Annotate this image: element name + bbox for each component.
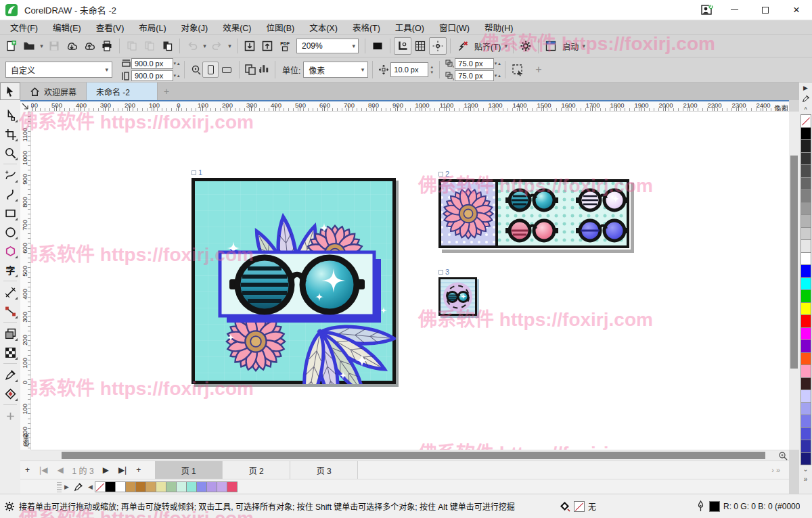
palette-expand-icon[interactable]: » — [799, 474, 812, 484]
menu-item-8[interactable]: 表格(T) — [345, 20, 388, 35]
copy-icon[interactable] — [141, 37, 158, 55]
new-document-icon[interactable] — [3, 37, 20, 55]
customize-plus-button[interactable]: + — [535, 64, 541, 76]
color-swatch[interactable] — [800, 189, 811, 203]
color-swatch[interactable] — [800, 264, 811, 278]
color-swatch[interactable] — [115, 481, 126, 492]
color-swatch[interactable] — [196, 481, 207, 492]
page-width-field[interactable]: 900.0 px — [131, 58, 173, 69]
color-swatch[interactable] — [166, 481, 177, 492]
page-height-field[interactable]: 900.0 px — [131, 70, 173, 81]
show-rulers-icon[interactable] — [394, 37, 411, 55]
interactive-fill-tool[interactable] — [1, 384, 19, 403]
snap-menu[interactable]: 贴齐(T) — [472, 41, 502, 52]
color-swatch[interactable] — [800, 289, 811, 303]
palette-drag-handle[interactable] — [57, 481, 62, 492]
color-swatch[interactable] — [800, 352, 811, 366]
palette-eyedropper-icon[interactable] — [802, 93, 810, 104]
color-swatch[interactable] — [800, 164, 811, 178]
color-swatch[interactable] — [800, 252, 811, 266]
page-tabs-scroll-icon[interactable]: › — [771, 466, 776, 474]
zoom-tool[interactable] — [1, 143, 19, 162]
zoom-scrollbar-icon[interactable] — [778, 451, 788, 461]
show-grid-icon[interactable] — [411, 37, 429, 55]
palette-play-icon[interactable]: ▶ — [62, 484, 72, 490]
palette-flyout-icon[interactable]: ▶ — [803, 83, 808, 93]
snap-off-icon[interactable] — [454, 37, 472, 55]
dropdown-arrow-icon[interactable]: ▾ — [502, 43, 510, 49]
page-tabs-scroll-end-icon[interactable]: » — [776, 466, 782, 474]
color-swatch[interactable] — [800, 339, 811, 353]
dimension-tool[interactable] — [1, 283, 19, 302]
artwork-glasses-strip[interactable] — [438, 179, 631, 250]
menu-item-0[interactable]: 文件(F) — [3, 20, 45, 35]
palette-scroll-up-icon[interactable]: ^ — [804, 104, 807, 115]
page-tab-3[interactable]: 页 3 — [290, 461, 358, 479]
vertical-scrollbar[interactable] — [789, 112, 799, 450]
last-page-button[interactable]: ▶| — [114, 465, 131, 475]
color-swatch[interactable] — [176, 481, 187, 492]
menu-item-10[interactable]: 窗口(W) — [432, 20, 477, 35]
palette-scroll-down-icon[interactable]: ⌄ — [799, 464, 812, 474]
color-swatch[interactable] — [800, 327, 811, 341]
color-swatch[interactable] — [145, 481, 156, 492]
color-swatch[interactable] — [800, 390, 811, 403]
nudge-distance-field[interactable]: 10.0 px — [390, 62, 428, 77]
toolbox-pick-cell[interactable] — [0, 83, 20, 100]
color-swatch[interactable] — [105, 481, 116, 492]
menu-item-1[interactable]: 编辑(E) — [45, 20, 89, 35]
color-swatch[interactable] — [135, 481, 146, 492]
color-swatch[interactable] — [800, 440, 811, 453]
palette-eyedropper-icon[interactable] — [74, 482, 83, 492]
dropdown-arrow-icon[interactable]: ▾ — [580, 43, 587, 49]
save-icon[interactable] — [45, 37, 63, 55]
shape-tool[interactable] — [1, 105, 19, 124]
color-swatch[interactable] — [95, 481, 106, 492]
export-icon[interactable] — [258, 37, 276, 55]
duplicate-x-spinner[interactable]: ▾ ▴ — [494, 61, 501, 66]
duplicate-y-spinner[interactable]: ▾ ▴ — [494, 73, 501, 78]
color-swatch[interactable] — [125, 481, 136, 492]
maximize-button[interactable] — [750, 0, 781, 20]
color-swatch[interactable] — [800, 177, 811, 191]
add-tool-button[interactable] — [1, 406, 19, 425]
undo-icon[interactable] — [183, 37, 201, 55]
horizontal-scrollbar-thumb[interactable] — [62, 452, 765, 459]
menu-item-11[interactable]: 帮助(H) — [477, 20, 520, 35]
ruler-origin[interactable] — [20, 100, 31, 112]
color-swatch[interactable] — [800, 214, 811, 228]
sign-in-icon[interactable] — [696, 0, 719, 20]
menu-item-9[interactable]: 工具(O) — [388, 20, 432, 35]
color-swatch[interactable] — [800, 152, 811, 166]
add-page-button-right[interactable]: + — [131, 465, 145, 475]
publish-pdf-icon[interactable]: PDF — [276, 37, 294, 55]
portrait-button[interactable] — [202, 62, 219, 78]
transparency-tool[interactable] — [1, 343, 19, 362]
first-page-button[interactable]: |◀ — [35, 465, 52, 475]
color-swatch[interactable] — [156, 481, 166, 492]
color-swatch[interactable] — [800, 402, 811, 416]
dropdown-arrow-icon[interactable]: ▾ — [201, 43, 208, 49]
color-swatch[interactable] — [800, 314, 811, 328]
redo-icon[interactable] — [208, 37, 226, 55]
palette-scroll-left-icon[interactable]: ◀ — [85, 484, 95, 490]
menu-item-4[interactable]: 对象(J) — [174, 20, 216, 35]
color-swatch[interactable] — [800, 302, 811, 316]
add-page-button-left[interactable]: + — [20, 465, 35, 475]
color-swatch[interactable] — [800, 277, 811, 291]
menu-item-3[interactable]: 布局(L) — [131, 20, 173, 35]
menu-item-5[interactable]: 效果(C) — [215, 20, 258, 35]
open-folder-icon[interactable] — [20, 37, 38, 55]
all-pages-icon[interactable] — [244, 63, 257, 76]
options-gear-icon[interactable] — [517, 37, 535, 55]
dropdown-arrow-icon[interactable]: ▾ — [38, 43, 45, 49]
full-screen-preview-icon[interactable] — [369, 37, 386, 55]
minimize-button[interactable] — [719, 0, 750, 20]
color-swatch[interactable] — [800, 415, 811, 428]
color-swatch[interactable] — [800, 427, 811, 441]
color-swatch[interactable] — [800, 127, 811, 141]
color-swatch[interactable] — [186, 481, 197, 492]
connector-tool[interactable] — [1, 302, 19, 321]
color-swatch[interactable] — [800, 364, 811, 378]
horizontal-scrollbar[interactable] — [31, 450, 789, 461]
